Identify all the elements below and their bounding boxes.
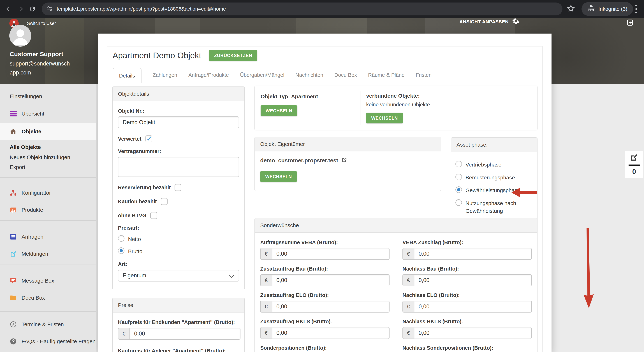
verwertet-checkbox[interactable] <box>146 135 152 142</box>
sidebar-item-alle-objekte[interactable]: Alle Objekte <box>0 142 96 152</box>
zusatzauftrag-bau-input[interactable] <box>272 274 390 286</box>
page-title: Apartment Demo Objekt <box>112 51 201 60</box>
table-icon <box>10 206 17 214</box>
tab-nachrichten[interactable]: Nachrichten <box>296 72 323 83</box>
sidebar-item-produkte[interactable]: Produkte <box>0 204 96 216</box>
kaufpreis-endkunden-group: € <box>118 328 240 340</box>
euro-prefix: € <box>402 327 414 339</box>
tab-raeume-plaene[interactable]: Räume & Pläne <box>368 72 404 83</box>
collapse-panel-icon[interactable] <box>626 19 634 27</box>
tab-bar: Details Zahlungen Anfrage/Produkte Überg… <box>112 68 432 83</box>
vertriebsphase-radio[interactable] <box>456 161 462 167</box>
objekt-nr-input[interactable] <box>118 116 239 128</box>
back-icon[interactable] <box>4 5 13 13</box>
sonder-field: Nachlass Bau (Brutto): € <box>402 260 532 286</box>
netto-radio[interactable] <box>118 235 124 242</box>
brutto-radio[interactable] <box>118 247 124 254</box>
sidebar-item-konfigurator[interactable]: Konfigurator <box>0 187 96 199</box>
verbundene-objekte-label: verbundene Objekte: <box>366 93 430 99</box>
euro-prefix: € <box>402 248 414 260</box>
zusatzauftrag-hkls-input[interactable] <box>272 327 390 339</box>
site-settings-icon[interactable] <box>47 5 53 12</box>
zusatzauftrag-elo-input[interactable] <box>272 301 390 313</box>
notes-widget[interactable]: 0 <box>625 151 643 178</box>
annotation-arrow-down <box>582 228 596 309</box>
sonder-field: Zusatzauftrag Bau (Brutto): € <box>260 260 390 286</box>
objektdetails-card: Objektdetails Objekt Nr.: Verwertet Vert… <box>112 86 245 289</box>
asset-phase-option-gewaehrleistungsphase[interactable]: Gewährleistungsphase <box>456 186 533 194</box>
preisart-brutto-option[interactable]: Brutto <box>118 247 239 255</box>
reservierung-label: Reservierung bezahlt <box>118 185 170 191</box>
kaution-label: Kaution bezahlt <box>118 199 157 205</box>
verbundene-wechseln-button[interactable]: WECHSELN <box>366 113 403 123</box>
kaufpreis-endkunden-input[interactable] <box>130 328 240 340</box>
preise-heading: Preise <box>112 298 244 313</box>
btvg-checkbox[interactable] <box>150 212 157 219</box>
asset-phase-option-nutzungsphase[interactable]: Nutzungsphase nach Gewährleistung <box>456 199 533 215</box>
vertragsnummer-input[interactable] <box>118 157 239 177</box>
art-select[interactable]: Eigentum <box>118 270 239 282</box>
gear-icon <box>512 17 519 26</box>
sidebar-item-export[interactable]: Export <box>0 162 96 173</box>
profile-name: Customer Support <box>10 51 63 58</box>
sidebar-profile: Switch to User Customer Support support@… <box>0 18 96 84</box>
bemusterungsphase-radio[interactable] <box>456 174 462 180</box>
browser-menu-icon[interactable] <box>635 5 637 13</box>
sidebar-item-neues-objekt[interactable]: Neues Objekt hinzufügen <box>0 152 96 163</box>
sidebar-item-anfragen[interactable]: Anfragen <box>0 231 96 243</box>
veba-zuschlag-input[interactable] <box>414 248 532 260</box>
tab-details[interactable]: Details <box>112 68 142 83</box>
verwertet-label: Verwertet <box>118 136 142 142</box>
sidebar-divider <box>0 311 96 312</box>
objektdetails-heading: Objektdetails <box>112 87 244 101</box>
reload-icon[interactable] <box>28 5 37 13</box>
asset-phase-option-vertriebsphase[interactable]: Vertriebsphase <box>456 161 533 169</box>
nachlass-hkls-input[interactable] <box>414 327 532 339</box>
tab-fristen[interactable]: Fristen <box>416 72 432 83</box>
sidebar-divider <box>0 264 96 265</box>
sidebar-item-message-box[interactable]: Message Box <box>0 275 96 287</box>
profile-email: support@sonderwunschapp.com <box>10 59 71 77</box>
nachlass-bau-input[interactable] <box>414 274 532 286</box>
euro-prefix: € <box>402 274 414 286</box>
tab-zahlungen[interactable]: Zahlungen <box>153 72 177 83</box>
objekt-typ-wechseln-button[interactable]: WECHSELN <box>260 105 297 116</box>
reservierung-checkbox[interactable] <box>174 184 182 191</box>
forward-icon[interactable] <box>16 5 25 13</box>
euro-prefix: € <box>402 301 414 313</box>
sonder-field: Sonderpositionen (Brutto): € <box>260 339 390 352</box>
folder-icon <box>10 294 17 301</box>
url-bar[interactable]: template1.propster.app/wp-admin/post.php… <box>42 2 562 15</box>
auftragssumme-veba-input[interactable] <box>272 248 390 260</box>
sidebar-item-objekte[interactable]: Objekte <box>0 123 96 140</box>
sidebar-item-meldungen[interactable]: Meldungen <box>0 248 96 260</box>
vertical-divider <box>360 91 360 125</box>
preisart-netto-option[interactable]: Netto <box>118 235 239 243</box>
bookmark-star-icon[interactable] <box>567 4 575 13</box>
eigentuemer-wechseln-button[interactable]: WECHSELN <box>260 171 297 182</box>
tab-uebergaben-maengel[interactable]: Übergaben/Mängel <box>240 72 284 83</box>
ansicht-anpassen-button[interactable]: ANSICHT ANPASSEN <box>460 17 519 26</box>
sidebar-item-termine-fristen[interactable]: Termine & Fristen <box>0 319 96 330</box>
euro-prefix: € <box>260 248 272 260</box>
gewaehrleistungsphase-radio[interactable] <box>456 186 462 193</box>
sidebar-item-docu-box[interactable]: Docu Box <box>0 292 96 304</box>
asset-phase-option-bemusterungsphase[interactable]: Bemusterungsphase <box>456 174 533 182</box>
sonder-field: Nachlass Sonderpositionen (Brutto): € <box>402 339 532 352</box>
notes-count: 0 <box>632 168 636 176</box>
sonderwuensche-heading: Sonderwünsche <box>255 218 537 233</box>
kaution-checkbox[interactable] <box>161 198 168 205</box>
zuruecksetzen-button[interactable]: ZURÜCKSETZEN <box>209 50 257 61</box>
sidebar-item-faqs[interactable]: FAQs - Häufig gestellte Fragen <box>0 336 96 347</box>
tab-docu-box[interactable]: Docu Box <box>334 72 357 83</box>
sidebar-item-uebersicht[interactable]: Übersicht <box>0 108 96 119</box>
nachlass-elo-input[interactable] <box>414 301 532 313</box>
switch-to-user-link[interactable]: Switch to User <box>27 21 56 26</box>
nutzungsphase-radio[interactable] <box>456 199 462 206</box>
eigentuemer-link[interactable]: demo_customer.propster.test <box>260 157 436 164</box>
sidebar: Switch to User Customer Support support@… <box>0 18 96 352</box>
tab-anfrage-produkte[interactable]: Anfrage/Produkte <box>188 72 229 83</box>
sidebar-item-einstellungen[interactable]: Einstellungen <box>0 91 96 102</box>
eigentuemer-heading: Objekt Eigentümer <box>255 137 441 151</box>
euro-prefix: € <box>260 274 272 286</box>
